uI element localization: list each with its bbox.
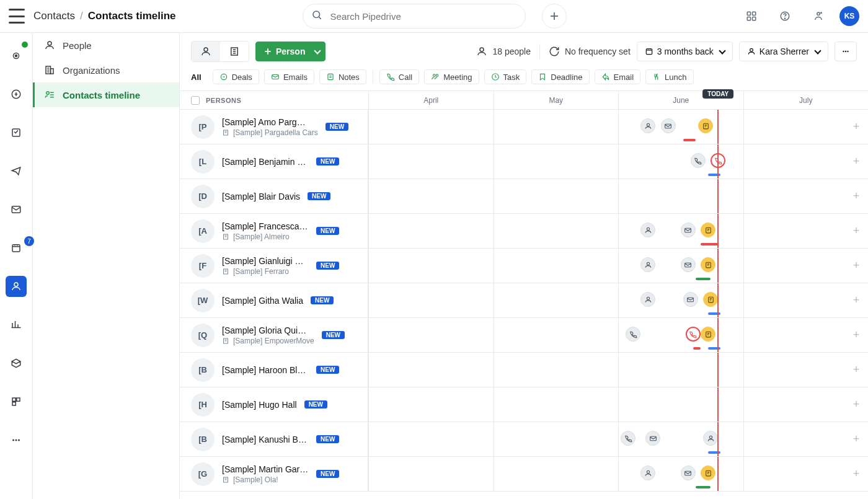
rail-products[interactable] [6,353,27,374]
add-activity-button[interactable]: + [849,433,863,446]
activity-note[interactable] [698,118,713,133]
add-activity-button[interactable]: + [849,190,863,203]
contact-name[interactable]: [Sample] Haroon Bloom [222,365,309,375]
rail-activities[interactable]: 7 [6,237,27,258]
owner-filter[interactable]: Kara Sherrer [739,42,828,61]
contact-org[interactable]: [Sample] Pargadella Cars [222,128,318,137]
contact-org[interactable]: [Sample] EmpowerMove [222,337,314,345]
contact-avatar[interactable]: [G [191,462,215,486]
filter-all[interactable]: All [191,69,208,84]
contact-name[interactable]: [Sample] Kanushi Bennett [222,435,309,444]
frequency-status[interactable]: No frequency set [549,46,631,57]
activity-note[interactable] [701,327,715,342]
activity-mail[interactable] [681,223,696,237]
contact-avatar[interactable]: [D [191,185,215,208]
contact-avatar[interactable]: [H [191,393,215,417]
contact-avatar[interactable]: [B [191,428,215,451]
subnav-organizations[interactable]: Organizations [33,58,179,82]
contact-name[interactable]: [Sample] Francesca Almeiro [222,221,309,231]
add-activity-button[interactable]: + [849,294,863,307]
contact-avatar[interactable]: [P [191,115,215,139]
add-activity-button[interactable]: + [849,363,863,377]
activity-person[interactable] [640,257,655,272]
contact-org[interactable]: [Sample] Almeiro [222,232,309,241]
activity-mail-grey[interactable] [645,431,660,446]
activity-call-red[interactable] [686,327,701,342]
menu-icon[interactable] [9,9,25,24]
sales-assistant-icon[interactable] [806,4,831,29]
contact-name[interactable]: [Sample] Gianluigi Ferraro [222,256,309,266]
filter-email[interactable]: Email [595,69,641,84]
add-activity-button[interactable]: + [849,329,863,342]
add-person-caret[interactable] [307,42,326,61]
rail-contacts[interactable] [6,276,27,297]
more-actions[interactable] [835,42,857,61]
people-count[interactable]: 18 people [476,46,531,57]
activity-person[interactable] [640,118,655,133]
activity-person[interactable] [640,292,655,307]
activity-mail[interactable] [681,257,696,272]
contact-avatar[interactable]: [W [191,289,215,312]
activity-note[interactable] [701,223,715,237]
activity-person-grey[interactable] [703,431,718,446]
activity-call-grey[interactable] [626,327,640,342]
contact-avatar[interactable]: [L [191,150,215,174]
activity-note[interactable] [701,257,715,272]
rail-insights[interactable] [6,314,27,335]
rail-deals[interactable] [6,84,27,105]
filter-meeting[interactable]: Meeting [424,69,479,84]
filter-call[interactable]: Call [379,69,419,84]
rail-projects[interactable] [6,122,27,143]
add-activity-button[interactable]: + [849,120,863,134]
add-activity-button[interactable]: + [849,467,863,481]
rail-mail[interactable] [6,199,27,220]
rail-leads[interactable] [6,45,27,66]
add-button[interactable] [542,4,567,29]
add-person-button[interactable]: Person [255,42,313,61]
filter-deals[interactable]: Deals [213,69,259,84]
add-activity-button[interactable]: + [849,155,863,169]
range-select[interactable]: 3 months back [637,42,733,61]
activity-note[interactable] [701,466,715,480]
select-all-checkbox[interactable] [191,96,200,105]
activity-call-grey[interactable] [621,431,636,446]
search-input[interactable] [303,4,526,29]
filter-emails[interactable]: Emails [264,69,314,84]
help-icon[interactable] [773,4,797,29]
contact-name[interactable]: [Sample] Blair Davis [222,192,300,201]
filter-lunch[interactable]: Lunch [645,69,693,84]
breadcrumb-root[interactable]: Contacts [33,10,75,22]
contact-name[interactable]: [Sample] Githa Walia [222,296,303,306]
contact-avatar[interactable]: [A [191,219,215,243]
contact-avatar[interactable]: [Q [191,324,215,347]
view-org[interactable] [220,42,249,61]
activity-person[interactable] [640,466,655,480]
apps-icon[interactable] [739,4,764,29]
contact-org[interactable]: [Sample] Ferraro [222,267,309,276]
view-person[interactable] [192,42,220,61]
activity-person[interactable] [640,223,655,237]
contact-org[interactable]: [Sample] Ola! [222,475,309,484]
subnav-contacts-timeline[interactable]: Contacts timeline [33,82,179,107]
avatar[interactable]: KS [839,6,859,26]
contact-name[interactable]: [Sample] Hugo Hall [222,400,297,410]
add-activity-button[interactable]: + [849,224,863,238]
add-activity-button[interactable]: + [849,259,863,273]
activity-mail[interactable] [661,118,676,133]
activity-mail[interactable] [683,292,698,307]
activity-note[interactable] [703,292,718,307]
rail-campaigns[interactable] [6,161,27,182]
rail-marketplace[interactable] [6,391,27,412]
filter-notes[interactable]: Notes [319,69,366,84]
contact-name[interactable]: [Sample] Gloria Quintero [222,325,309,335]
filter-deadline[interactable]: Deadline [531,69,589,84]
contact-avatar[interactable]: [B [191,358,215,382]
contact-name[interactable]: [Sample] Martin Garcia [222,464,309,474]
rail-more[interactable] [6,430,27,451]
contact-name[interactable]: [Sample] Benjamin Lecomte [222,157,309,167]
contact-avatar[interactable]: [F [191,254,215,278]
contact-name[interactable]: [Sample] Amo Pargadella [222,117,309,127]
filter-task[interactable]: Task [484,69,527,84]
activity-mail[interactable] [681,466,696,480]
subnav-people[interactable]: People [33,33,179,58]
